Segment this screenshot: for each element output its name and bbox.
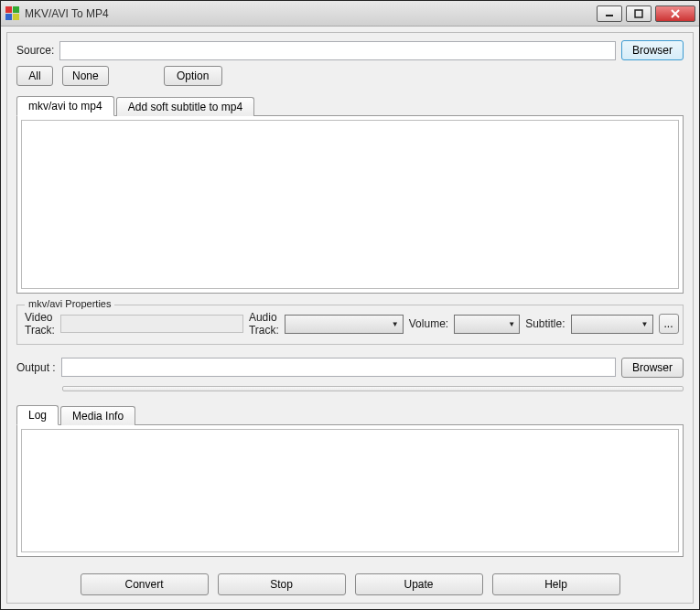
source-row: Source: Browser <box>16 40 684 60</box>
properties-fieldset: mkv/avi Properties Video Track: Audio Tr… <box>16 305 684 345</box>
minimize-button[interactable] <box>597 5 622 22</box>
volume-label: Volume: <box>409 317 448 330</box>
source-label: Source: <box>16 44 54 57</box>
chevron-down-icon: ▼ <box>508 320 515 328</box>
window-controls <box>597 5 695 22</box>
audio-track-label: Audio Track: <box>249 311 279 337</box>
video-track-field <box>60 315 243 333</box>
selection-row: All None Option <box>16 66 684 86</box>
properties-legend: mkv/avi Properties <box>25 298 114 309</box>
properties-row: Video Track: Audio Track: ▼ Volume: ▼ Su… <box>25 311 675 337</box>
subtitle-label: Subtitle: <box>525 317 565 330</box>
option-button[interactable]: Option <box>164 66 222 86</box>
stop-button[interactable]: Stop <box>218 573 346 595</box>
maximize-button[interactable] <box>626 5 652 22</box>
subtitle-more-button[interactable]: ... <box>659 314 679 334</box>
close-button[interactable] <box>655 5 695 22</box>
select-none-button[interactable]: None <box>62 66 109 86</box>
video-track-label: Video Track: <box>25 311 55 337</box>
chevron-down-icon: ▼ <box>392 320 399 328</box>
log-textarea[interactable] <box>21 429 679 552</box>
output-input[interactable] <box>61 358 616 377</box>
log-tabs-container: Log Media Info <box>16 401 684 557</box>
output-browse-button[interactable]: Browser <box>621 358 684 378</box>
main-tabs: mkv/avi to mp4 Add soft subtitle to mp4 <box>16 95 684 115</box>
audio-track-select[interactable]: ▼ <box>285 315 404 334</box>
main-panel: Source: Browser All None Option mkv/avi … <box>6 32 694 604</box>
output-row: Output : Browser <box>16 358 684 378</box>
progress-bar <box>62 386 684 392</box>
main-tabs-container: mkv/avi to mp4 Add soft subtitle to mp4 <box>16 91 684 294</box>
source-browse-button[interactable]: Browser <box>621 40 684 60</box>
app-window: MKV/AVI To MP4 Source: Browser All None … <box>0 0 700 610</box>
client-area: Source: Browser All None Option mkv/avi … <box>1 27 699 609</box>
log-tabs: Log Media Info <box>16 404 684 424</box>
log-panel <box>16 424 684 557</box>
tab-mkv-avi-to-mp4[interactable]: mkv/avi to mp4 <box>16 96 114 116</box>
bottom-toolbar: Convert Stop Upate Help <box>16 568 684 595</box>
titlebar[interactable]: MKV/AVI To MP4 <box>1 1 699 27</box>
subtitle-select[interactable]: ▼ <box>571 315 653 334</box>
svg-rect-1 <box>635 10 642 17</box>
tab-media-info[interactable]: Media Info <box>60 406 135 425</box>
app-icon <box>5 6 19 21</box>
window-title: MKV/AVI To MP4 <box>25 7 597 20</box>
update-button[interactable]: Upate <box>355 573 483 595</box>
convert-button[interactable]: Convert <box>81 573 209 595</box>
tab-add-subtitle[interactable]: Add soft subtitle to mp4 <box>116 97 254 116</box>
source-input[interactable] <box>59 41 616 60</box>
tab-log[interactable]: Log <box>16 405 59 425</box>
chevron-down-icon: ▼ <box>641 320 649 328</box>
help-button[interactable]: Help <box>492 573 620 595</box>
volume-select[interactable]: ▼ <box>454 315 520 334</box>
file-list[interactable] <box>21 120 679 289</box>
file-list-panel <box>16 115 684 294</box>
output-label: Output : <box>16 361 56 374</box>
select-all-button[interactable]: All <box>16 66 53 86</box>
